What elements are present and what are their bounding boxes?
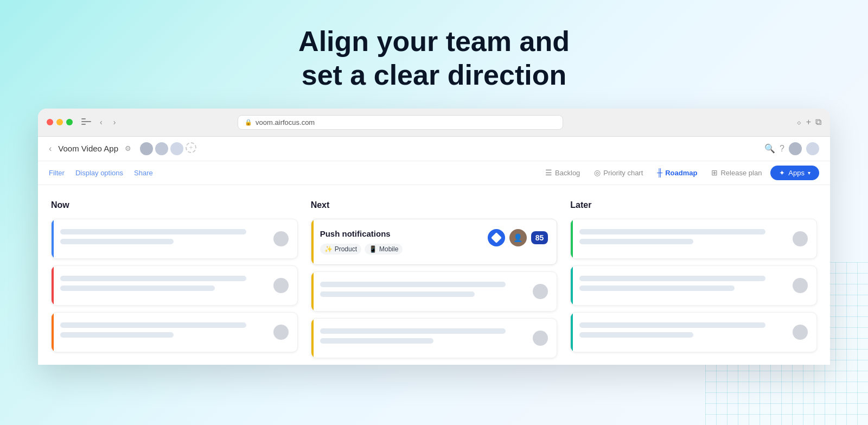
card-line-2 <box>320 291 475 297</box>
card-line-2 <box>579 286 734 291</box>
mobile-label: Mobile <box>379 245 398 253</box>
card-content <box>579 276 808 295</box>
app-name-label: Voom Video App <box>58 144 118 153</box>
card-border <box>571 313 573 352</box>
avatar-1[interactable] <box>140 142 153 155</box>
card-content <box>579 322 808 342</box>
filter-link[interactable]: Filter <box>49 162 65 183</box>
card-lines <box>60 229 273 249</box>
card-lines <box>579 229 793 249</box>
hero-line2: set a clear direction <box>302 59 566 91</box>
help-icon[interactable]: ? <box>780 144 784 154</box>
list-item[interactable] <box>51 219 298 259</box>
nav-left: Filter Display options Share <box>49 162 153 183</box>
list-item[interactable] <box>51 312 298 352</box>
card-lines <box>320 328 533 348</box>
apps-button[interactable]: ✦ Apps ▾ <box>770 166 819 180</box>
user-avatar[interactable] <box>789 142 802 155</box>
card-avatar <box>273 278 289 293</box>
product-emoji: ✨ <box>324 245 333 253</box>
browser-actions: ⬦ + ⧉ <box>796 117 821 127</box>
card-border <box>311 319 314 358</box>
product-label: Product <box>335 245 357 253</box>
chevron-down-icon: ▾ <box>808 170 810 176</box>
app-bar-right: 🔍 ? <box>764 142 819 155</box>
nav-back-button[interactable]: ‹ <box>49 144 52 154</box>
list-item[interactable] <box>570 312 817 352</box>
tab-roadmap[interactable]: ╫ Roadmap <box>652 165 703 180</box>
card-lines <box>60 276 273 295</box>
list-item[interactable] <box>311 318 558 358</box>
card-border <box>311 272 314 311</box>
share-link[interactable]: Share <box>134 162 153 183</box>
badge-mobile[interactable]: 📱 Mobile <box>365 244 403 255</box>
tab-priority-chart[interactable]: ◎ Priority chart <box>589 165 648 180</box>
card-content <box>60 322 289 342</box>
assignee-avatar: 👤 <box>509 229 527 246</box>
backlog-icon: ☰ <box>545 168 552 177</box>
card-avatar <box>793 325 808 340</box>
card-avatar <box>273 231 289 246</box>
apps-label: Apps <box>788 169 805 177</box>
list-item[interactable] <box>570 265 817 306</box>
minimize-button[interactable] <box>56 119 63 125</box>
account-icon[interactable] <box>806 142 819 155</box>
release-icon: ⊞ <box>711 168 718 177</box>
card-line-2 <box>60 332 174 338</box>
card-avatar <box>793 278 808 293</box>
list-item[interactable] <box>570 219 817 259</box>
forward-button[interactable]: › <box>111 117 118 128</box>
avatar-3[interactable] <box>170 142 183 155</box>
tab-release-plan[interactable]: ⊞ Release plan <box>706 165 767 180</box>
card-line-2 <box>60 239 174 244</box>
main-content: Now <box>38 185 830 365</box>
column-later-header: Later <box>570 200 817 210</box>
maximize-button[interactable] <box>66 119 73 125</box>
card-line-1 <box>320 328 506 334</box>
card-border <box>311 219 314 264</box>
column-later: Later <box>570 200 817 365</box>
card-border <box>52 219 54 258</box>
sidebar-toggle-icon[interactable] <box>81 118 91 126</box>
nav-right: ☰ Backlog ◎ Priority chart ╫ Roadmap ⊞ R… <box>540 165 819 180</box>
search-icon[interactable]: 🔍 <box>764 143 775 154</box>
featured-card[interactable]: Push notifications ✨ Product 📱 Mobile <box>311 219 558 265</box>
roadmap-label: Roadmap <box>665 169 697 177</box>
browser-chrome: ‹ › 🔒 voom.airfocus.com ⬦ + ⧉ <box>38 109 830 137</box>
add-collaborator-button[interactable]: + <box>186 142 196 153</box>
card-title: Push notifications <box>320 229 403 238</box>
hero-line1: Align your team and <box>298 26 570 57</box>
release-label: Release plan <box>720 169 762 177</box>
close-button[interactable] <box>47 119 53 125</box>
url-bar[interactable]: 🔒 voom.airfocus.com <box>238 115 563 130</box>
badge-product[interactable]: ✨ Product <box>320 244 361 255</box>
hero-heading: Align your team and set a clear directio… <box>298 24 570 92</box>
card-line-1 <box>320 282 506 287</box>
copy-icon[interactable]: ⧉ <box>815 117 821 127</box>
card-content <box>60 229 289 249</box>
share-ext-icon[interactable]: ⬦ <box>796 117 802 127</box>
settings-icon[interactable]: ⚙ <box>125 144 131 153</box>
tab-backlog[interactable]: ☰ Backlog <box>540 165 585 180</box>
column-now-header: Now <box>51 200 298 210</box>
card-content <box>579 229 808 249</box>
new-tab-icon[interactable]: + <box>806 117 811 127</box>
score-badge: 85 <box>531 231 548 244</box>
card-line-2 <box>60 286 215 291</box>
column-now: Now <box>51 200 298 365</box>
list-item[interactable] <box>51 265 298 306</box>
back-button[interactable]: ‹ <box>98 117 105 128</box>
card-line-1 <box>579 229 765 234</box>
diamond-shape <box>491 232 502 243</box>
card-avatar <box>273 325 289 340</box>
avatar-2[interactable] <box>155 142 168 155</box>
display-options-link[interactable]: Display options <box>75 162 123 183</box>
apps-icon: ✦ <box>779 169 785 177</box>
card-content <box>60 276 289 295</box>
card-lines <box>579 322 793 342</box>
card-avatar <box>793 231 808 246</box>
nav-bar: Filter Display options Share ☰ Backlog ◎… <box>38 161 830 185</box>
url-text: voom.airfocus.com <box>256 118 315 126</box>
list-item[interactable] <box>311 271 558 312</box>
card-badges: ✨ Product 📱 Mobile <box>320 244 403 255</box>
